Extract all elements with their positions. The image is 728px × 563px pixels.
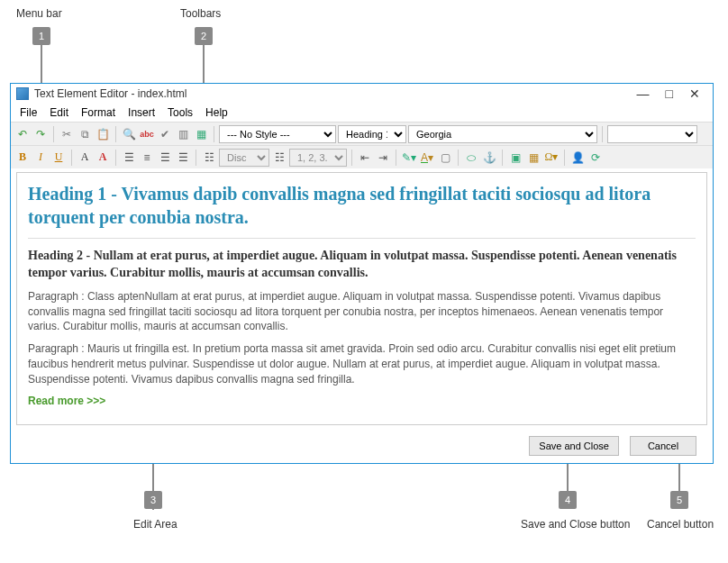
text-color-icon[interactable]: A▾ xyxy=(419,150,435,166)
toolbar-row-2: B I U A A ☰ ≡ ☰ ☰ ☷ Disc ☷ 1, 2, 3... ⇤ … xyxy=(11,145,713,168)
link-icon[interactable]: ⬭ xyxy=(463,150,479,166)
edit-area[interactable]: Heading 1 - Vivamus dapib convallis magn… xyxy=(16,172,707,425)
redo-icon[interactable]: ↷ xyxy=(32,126,49,142)
spellcheck-icon[interactable]: ✔ xyxy=(157,126,173,142)
callout-num-3: 3 xyxy=(144,491,162,509)
callout-num-2: 2 xyxy=(195,27,213,45)
numlist-icon[interactable]: ☷ xyxy=(271,150,287,166)
separator xyxy=(196,150,196,166)
undo-icon[interactable]: ↶ xyxy=(14,126,31,142)
window-title: Text Element Editor - index.html xyxy=(34,87,637,100)
separator xyxy=(458,150,459,166)
dialog-footer: Save and Close Cancel xyxy=(11,429,713,463)
cancel-button[interactable]: Cancel xyxy=(630,436,696,456)
callout-num-4: 4 xyxy=(559,491,577,509)
maximize-button[interactable]: □ xyxy=(666,86,673,101)
numlist-style-select[interactable]: 1, 2, 3... xyxy=(289,149,347,167)
font-icon[interactable]: A xyxy=(77,150,93,166)
separator xyxy=(71,150,72,166)
separator xyxy=(53,126,54,142)
separator xyxy=(214,126,214,142)
content-paragraph-1[interactable]: Paragraph : Class aptenNullam at erat pu… xyxy=(28,289,696,334)
save-and-close-button[interactable]: Save and Close xyxy=(529,436,619,456)
font-select[interactable]: Georgia xyxy=(408,125,597,143)
content-heading-2[interactable]: Heading 2 - Nullam at erat purus, at imp… xyxy=(28,248,696,282)
read-more-link[interactable]: Read more >>> xyxy=(28,395,696,407)
list-style-select[interactable]: Disc xyxy=(219,149,269,167)
heading-select[interactable]: Heading 1 xyxy=(338,125,406,143)
callout-label-cancel: Cancel button xyxy=(647,518,714,531)
list-icon[interactable]: ☷ xyxy=(201,150,217,166)
callout-line-5 xyxy=(678,459,680,492)
separator xyxy=(602,126,603,142)
separator xyxy=(396,150,396,166)
align-justify-icon[interactable]: ☰ xyxy=(175,150,191,166)
callout-line-4 xyxy=(567,459,569,492)
replace-icon[interactable]: abc xyxy=(139,126,155,142)
font-size-select[interactable] xyxy=(607,125,697,143)
callout-label-editarea: Edit Area xyxy=(133,518,177,531)
underline-icon[interactable]: U xyxy=(50,150,67,166)
menu-format[interactable]: Format xyxy=(76,104,121,121)
separator xyxy=(502,150,503,166)
paste-icon[interactable]: 📋 xyxy=(95,126,111,142)
minimize-button[interactable]: — xyxy=(637,86,650,101)
callout-label-toolbars: Toolbars xyxy=(180,7,221,20)
outdent-icon[interactable]: ⇤ xyxy=(357,150,373,166)
menu-edit[interactable]: Edit xyxy=(44,104,74,121)
italic-icon[interactable]: I xyxy=(32,150,49,166)
callout-num-1: 1 xyxy=(32,27,50,45)
menu-tools[interactable]: Tools xyxy=(162,104,198,121)
close-button[interactable]: ✕ xyxy=(689,86,700,101)
table-icon[interactable]: ▦ xyxy=(525,150,541,166)
symbol-icon[interactable]: Ω▾ xyxy=(543,150,560,166)
callout-num-5: 5 xyxy=(670,491,688,509)
font-color-icon[interactable]: A xyxy=(95,150,111,166)
style-select[interactable]: --- No Style --- xyxy=(219,125,336,143)
separator xyxy=(351,150,352,166)
page-icon[interactable]: ▥ xyxy=(175,126,191,142)
content-paragraph-2[interactable]: Paragraph : Mauris ut fringilla est. In … xyxy=(28,341,696,386)
menu-help[interactable]: Help xyxy=(200,104,233,121)
app-icon xyxy=(16,87,29,100)
menu-insert[interactable]: Insert xyxy=(123,104,160,121)
image-icon[interactable]: ▣ xyxy=(507,150,523,166)
titlebar: Text Element Editor - index.html — □ ✕ xyxy=(11,84,713,104)
align-left-icon[interactable]: ☰ xyxy=(121,150,137,166)
copy-icon[interactable]: ⧉ xyxy=(77,126,93,142)
cut-icon[interactable]: ✂ xyxy=(59,126,75,142)
align-right-icon[interactable]: ☰ xyxy=(157,150,173,166)
anchor-icon[interactable]: ⚓ xyxy=(481,150,497,166)
separator xyxy=(115,126,116,142)
user-icon[interactable]: 👤 xyxy=(569,150,586,166)
clear-format-icon[interactable]: ▢ xyxy=(437,150,453,166)
separator xyxy=(115,150,116,166)
editor-window: Text Element Editor - index.html — □ ✕ F… xyxy=(10,83,714,464)
callout-label-save: Save and Close button xyxy=(521,518,630,531)
indent-icon[interactable]: ⇥ xyxy=(375,150,391,166)
menu-file[interactable]: File xyxy=(14,104,42,121)
callout-label-menubar: Menu bar xyxy=(16,7,62,20)
bold-icon[interactable]: B xyxy=(14,150,31,166)
doc-icon[interactable]: ▦ xyxy=(193,126,209,142)
align-center-icon[interactable]: ≡ xyxy=(139,150,155,166)
find-icon[interactable]: 🔍 xyxy=(121,126,137,142)
menubar: File Edit Format Insert Tools Help xyxy=(11,104,713,122)
refresh-icon[interactable]: ⟳ xyxy=(587,150,604,166)
content-heading-1[interactable]: Heading 1 - Vivamus dapib convallis magn… xyxy=(28,182,696,229)
content-divider xyxy=(28,238,696,239)
separator xyxy=(564,150,565,166)
toolbar-row-1: ↶ ↷ ✂ ⧉ 📋 🔍 abc ✔ ▥ ▦ --- No Style --- H… xyxy=(11,122,713,145)
highlight-icon[interactable]: ✎▾ xyxy=(401,150,417,166)
